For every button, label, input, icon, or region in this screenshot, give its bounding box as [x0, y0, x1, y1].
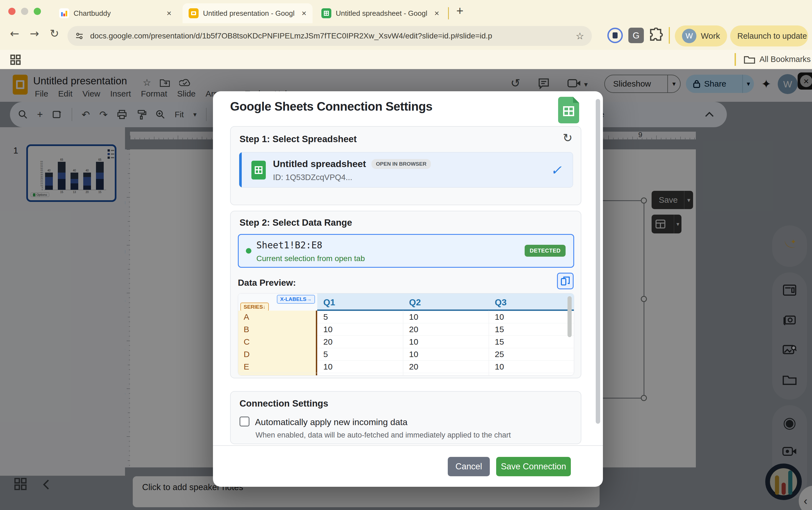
relaunch-label: Relaunch to update: [737, 31, 807, 41]
g-extension-label: G: [633, 30, 640, 41]
window-zoom-button[interactable]: [34, 8, 41, 15]
transpose-icon: [561, 277, 570, 285]
cell-a-q1: 5: [317, 311, 328, 323]
bookmark-star-icon[interactable]: ☆: [576, 30, 584, 41]
refresh-icon[interactable]: ↻: [563, 131, 573, 145]
connection-settings-card: Connection Settings Automatically apply …: [230, 391, 581, 444]
auto-apply-checkbox[interactable]: [239, 417, 250, 426]
table-header-row: [317, 293, 574, 311]
cell-b-q1: 10: [317, 323, 332, 336]
cell-e-q1: 10: [317, 360, 332, 373]
tab-close-icon[interactable]: ×: [167, 8, 172, 18]
row-label-c: C: [238, 336, 317, 348]
cell-c-q2: 10: [403, 336, 418, 348]
tab-close-icon[interactable]: ×: [434, 8, 439, 18]
row-label-d: D: [238, 348, 317, 360]
password-manager-icon[interactable]: [607, 28, 623, 43]
data-preview-table[interactable]: X-LABELS→ SERIES↓ Q1 Q2 Q3 A 5 10 10 B 1…: [238, 293, 574, 376]
back-button[interactable]: ←: [10, 27, 19, 40]
tab-title: Untitled spreadsheet - Googl: [336, 9, 427, 18]
relaunch-button[interactable]: Relaunch to update ⋮: [730, 25, 808, 47]
all-bookmarks-label[interactable]: All Bookmarks: [759, 55, 811, 64]
modal-title: Google Sheets Connection Settings: [230, 100, 433, 113]
col-header-q3: Q3: [495, 297, 507, 308]
spreadsheet-id: ID: 1Q53DZcqVPQ4...: [273, 173, 352, 182]
tab-divider: [448, 7, 449, 19]
cell-c-q1: 20: [317, 336, 332, 348]
window-minimize-button[interactable]: [21, 8, 28, 15]
tab-title: Chartbuddy: [74, 9, 111, 18]
apps-grid-icon[interactable]: [10, 54, 21, 65]
step2-card: Step 2: Select Data Range Sheet1!B2:E8 C…: [230, 211, 581, 378]
forward-button[interactable]: →: [30, 27, 39, 40]
spreadsheet-item[interactable]: Untitled spreadsheet OPEN IN BROWSER ID:…: [239, 152, 573, 188]
bookmarks-separator: [734, 53, 736, 66]
range-note: Current selection from open tab: [256, 254, 365, 263]
g-extension-icon[interactable]: G: [628, 28, 644, 43]
all-bookmarks-folder-icon[interactable]: [744, 55, 755, 64]
table-corner-cell: X-LABELS→ SERIES↓: [238, 293, 317, 311]
header-underline: [317, 310, 574, 311]
sheets-connection-modal: Google Sheets Connection Settings Step 1…: [213, 91, 603, 487]
site-info-icon[interactable]: [75, 32, 84, 40]
footer-divider: [213, 445, 603, 446]
row-label-a: A: [238, 311, 317, 323]
cell-e-q2: 20: [403, 360, 418, 373]
profile-chip[interactable]: W Work: [675, 25, 727, 47]
toolbar-separator: [669, 27, 670, 44]
sheets-item-icon: [252, 161, 266, 179]
sheets-favicon: [321, 8, 331, 18]
cell-a-q2: 10: [403, 311, 418, 323]
data-preview-label: Data Preview:: [238, 278, 296, 288]
checkbox-label[interactable]: Automatically apply new incoming data: [255, 417, 407, 427]
cell-e-q3: 10: [489, 360, 504, 373]
slides-favicon: [188, 8, 199, 18]
tab-chartbuddy[interactable]: Chartbuddy ×: [53, 3, 178, 23]
navigation-bar: ← → ↻ docs.google.com/presentation/d/1b5…: [0, 23, 812, 50]
modal-scrollbar[interactable]: [596, 99, 600, 424]
url-text: docs.google.com/presentation/d/1b5f7OB8t…: [90, 31, 492, 40]
chartbuddy-favicon: [59, 8, 69, 18]
open-in-browser-badge: OPEN IN BROWSER: [371, 159, 431, 169]
profile-label: Work: [701, 31, 720, 41]
step1-card: Step 1: Select Spreadsheet ↻ Untitled sp…: [230, 126, 581, 205]
cancel-button[interactable]: Cancel: [448, 457, 490, 476]
range-value: Sheet1!B2:E8: [256, 240, 322, 251]
row-label-b: B: [238, 323, 317, 336]
cell-d-q2: 10: [403, 348, 418, 360]
browser-chrome: Chartbuddy × Untitled presentation - Goo…: [0, 0, 812, 69]
tab-title: Untitled presentation - Googl: [203, 9, 294, 18]
col-header-q1: Q1: [323, 297, 335, 308]
bookmarks-bar: All Bookmarks: [0, 50, 812, 69]
spreadsheet-name: Untitled spreadsheet: [273, 159, 366, 169]
transpose-button[interactable]: [557, 273, 574, 289]
data-range-box[interactable]: Sheet1!B2:E8 Current selection from open…: [238, 234, 574, 268]
cell-c-q3: 15: [489, 336, 504, 348]
cell-b-q3: 15: [489, 323, 504, 336]
step2-heading: Step 2: Select Data Range: [239, 217, 352, 228]
checkbox-help-text: When enabled, data will be auto-fetched …: [256, 431, 511, 440]
step1-heading: Step 1: Select Spreadsheet: [239, 134, 357, 144]
cell-a-q3: 10: [489, 311, 504, 323]
address-bar[interactable]: docs.google.com/presentation/d/1b5f7OB8t…: [67, 26, 592, 46]
sheets-logo: [558, 97, 579, 123]
profile-avatar: W: [682, 29, 696, 43]
settings-heading: Connection Settings: [239, 398, 328, 409]
window-close-button[interactable]: [8, 8, 16, 15]
new-tab-button[interactable]: +: [456, 4, 464, 18]
table-scrollbar[interactable]: [568, 296, 572, 337]
cell-b-q2: 20: [403, 323, 418, 336]
reload-button[interactable]: ↻: [50, 27, 59, 40]
row-label-partial: [238, 373, 317, 376]
tab-presentation-active[interactable]: Untitled presentation - Googl ×: [182, 3, 313, 23]
save-connection-button[interactable]: Save Connection: [496, 457, 571, 476]
series-badge: SERIES↓: [240, 303, 269, 311]
cell-d-q1: 5: [317, 348, 328, 360]
tab-spreadsheet[interactable]: Untitled spreadsheet - Googl ×: [315, 3, 445, 23]
extensions-puzzle-icon[interactable]: [649, 28, 664, 42]
detected-badge: DETECTED: [525, 245, 566, 257]
tab-close-icon[interactable]: ×: [301, 8, 307, 18]
row-label-e: E: [238, 360, 317, 373]
x-labels-badge: X-LABELS→: [277, 295, 315, 304]
status-dot: [246, 248, 252, 254]
